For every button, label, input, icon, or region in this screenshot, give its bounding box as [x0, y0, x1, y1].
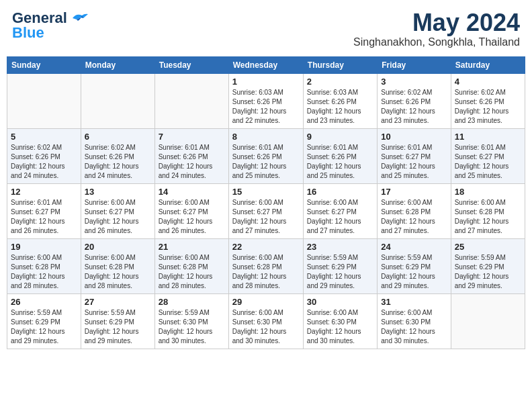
calendar-cell: 19Sunrise: 6:00 AM Sunset: 6:28 PM Dayli…: [7, 238, 81, 293]
calendar-cell: 26Sunrise: 5:59 AM Sunset: 6:29 PM Dayli…: [7, 293, 81, 349]
day-number: 23: [307, 242, 373, 252]
day-info: Sunrise: 5:59 AM Sunset: 6:29 PM Dayligh…: [85, 308, 151, 346]
day-number: 3: [381, 77, 447, 87]
day-info: Sunrise: 5:59 AM Sunset: 6:29 PM Dayligh…: [455, 253, 521, 291]
day-info: Sunrise: 6:00 AM Sunset: 6:30 PM Dayligh…: [232, 308, 300, 346]
calendar-cell: [81, 73, 154, 128]
day-number: 8: [232, 132, 300, 142]
calendar-cell: 22Sunrise: 6:00 AM Sunset: 6:28 PM Dayli…: [228, 238, 303, 293]
day-number: 21: [159, 242, 225, 252]
day-info: Sunrise: 6:00 AM Sunset: 6:30 PM Dayligh…: [307, 308, 373, 346]
day-number: 26: [11, 297, 77, 307]
logo-bird-icon: [70, 11, 89, 25]
day-info: Sunrise: 6:00 AM Sunset: 6:28 PM Dayligh…: [381, 198, 447, 236]
calendar-cell: 6Sunrise: 6:02 AM Sunset: 6:26 PM Daylig…: [81, 128, 154, 183]
calendar-cell: 8Sunrise: 6:01 AM Sunset: 6:26 PM Daylig…: [228, 128, 303, 183]
day-number: 17: [381, 187, 447, 197]
calendar-cell: [7, 73, 81, 128]
day-number: 4: [455, 77, 521, 87]
day-info: Sunrise: 6:03 AM Sunset: 6:26 PM Dayligh…: [232, 88, 300, 126]
day-number: 31: [381, 297, 447, 307]
day-number: 19: [11, 242, 77, 252]
day-number: 2: [307, 77, 373, 87]
calendar-cell: 4Sunrise: 6:02 AM Sunset: 6:26 PM Daylig…: [451, 73, 525, 128]
calendar-cell: 7Sunrise: 6:01 AM Sunset: 6:26 PM Daylig…: [154, 128, 228, 183]
calendar-cell: 28Sunrise: 5:59 AM Sunset: 6:30 PM Dayli…: [154, 293, 228, 349]
day-number: 12: [11, 187, 77, 197]
weekday-header-row: SundayMondayTuesdayWednesdayThursdayFrid…: [7, 56, 525, 73]
calendar-cell: 27Sunrise: 5:59 AM Sunset: 6:29 PM Dayli…: [81, 293, 154, 349]
calendar-week-row: 1Sunrise: 6:03 AM Sunset: 6:26 PM Daylig…: [7, 73, 525, 128]
calendar-cell: 20Sunrise: 6:00 AM Sunset: 6:28 PM Dayli…: [81, 238, 154, 293]
calendar-cell: 29Sunrise: 6:00 AM Sunset: 6:30 PM Dayli…: [228, 293, 303, 349]
calendar-cell: 12Sunrise: 6:01 AM Sunset: 6:27 PM Dayli…: [7, 183, 81, 238]
day-number: 29: [232, 297, 300, 307]
day-number: 30: [307, 297, 373, 307]
weekday-header-sunday: Sunday: [7, 56, 81, 73]
calendar-cell: [154, 73, 228, 128]
day-number: 7: [159, 132, 225, 142]
day-info: Sunrise: 6:00 AM Sunset: 6:27 PM Dayligh…: [232, 198, 300, 236]
weekday-header-friday: Friday: [378, 56, 451, 73]
calendar-cell: 25Sunrise: 5:59 AM Sunset: 6:29 PM Dayli…: [451, 238, 525, 293]
calendar-week-row: 19Sunrise: 6:00 AM Sunset: 6:28 PM Dayli…: [7, 238, 525, 293]
day-info: Sunrise: 6:00 AM Sunset: 6:28 PM Dayligh…: [11, 253, 77, 291]
day-info: Sunrise: 6:00 AM Sunset: 6:28 PM Dayligh…: [232, 253, 300, 291]
calendar-cell: 13Sunrise: 6:00 AM Sunset: 6:27 PM Dayli…: [81, 183, 154, 238]
logo-blue: Blue: [12, 24, 44, 42]
calendar-cell: 14Sunrise: 6:00 AM Sunset: 6:27 PM Dayli…: [154, 183, 228, 238]
day-number: 11: [455, 132, 521, 142]
day-number: 13: [85, 187, 151, 197]
day-info: Sunrise: 6:00 AM Sunset: 6:30 PM Dayligh…: [381, 308, 447, 346]
logo: General Blue: [12, 9, 89, 42]
day-info: Sunrise: 6:00 AM Sunset: 6:28 PM Dayligh…: [159, 253, 225, 291]
day-info: Sunrise: 6:02 AM Sunset: 6:26 PM Dayligh…: [85, 143, 151, 181]
day-info: Sunrise: 6:01 AM Sunset: 6:26 PM Dayligh…: [232, 143, 300, 181]
day-number: 1: [232, 77, 300, 87]
weekday-header-wednesday: Wednesday: [228, 56, 303, 73]
calendar-cell: 5Sunrise: 6:02 AM Sunset: 6:26 PM Daylig…: [7, 128, 81, 183]
day-number: 14: [159, 187, 225, 197]
day-number: 18: [455, 187, 521, 197]
calendar-cell: 15Sunrise: 6:00 AM Sunset: 6:27 PM Dayli…: [228, 183, 303, 238]
calendar-cell: 1Sunrise: 6:03 AM Sunset: 6:26 PM Daylig…: [228, 73, 303, 128]
day-info: Sunrise: 6:00 AM Sunset: 6:27 PM Dayligh…: [307, 198, 373, 236]
day-info: Sunrise: 6:02 AM Sunset: 6:26 PM Dayligh…: [11, 143, 77, 181]
calendar-cell: 18Sunrise: 6:00 AM Sunset: 6:28 PM Dayli…: [451, 183, 525, 238]
calendar-week-row: 12Sunrise: 6:01 AM Sunset: 6:27 PM Dayli…: [7, 183, 525, 238]
day-info: Sunrise: 6:01 AM Sunset: 6:26 PM Dayligh…: [307, 143, 373, 181]
day-info: Sunrise: 5:59 AM Sunset: 6:29 PM Dayligh…: [381, 253, 447, 291]
calendar-cell: 23Sunrise: 5:59 AM Sunset: 6:29 PM Dayli…: [303, 238, 377, 293]
calendar-body: 1Sunrise: 6:03 AM Sunset: 6:26 PM Daylig…: [7, 73, 525, 349]
day-info: Sunrise: 5:59 AM Sunset: 6:30 PM Dayligh…: [159, 308, 225, 346]
calendar-cell: 2Sunrise: 6:03 AM Sunset: 6:26 PM Daylig…: [303, 73, 377, 128]
calendar-cell: 16Sunrise: 6:00 AM Sunset: 6:27 PM Dayli…: [303, 183, 377, 238]
day-number: 16: [307, 187, 373, 197]
day-number: 10: [381, 132, 447, 142]
calendar-cell: 11Sunrise: 6:01 AM Sunset: 6:27 PM Dayli…: [451, 128, 525, 183]
day-info: Sunrise: 5:59 AM Sunset: 6:29 PM Dayligh…: [307, 253, 373, 291]
calendar-cell: [451, 293, 525, 349]
day-info: Sunrise: 6:00 AM Sunset: 6:27 PM Dayligh…: [159, 198, 225, 236]
day-number: 28: [159, 297, 225, 307]
day-number: 20: [85, 242, 151, 252]
day-number: 9: [307, 132, 373, 142]
day-number: 25: [455, 242, 521, 252]
day-info: Sunrise: 6:02 AM Sunset: 6:26 PM Dayligh…: [455, 88, 521, 126]
day-info: Sunrise: 6:00 AM Sunset: 6:28 PM Dayligh…: [85, 253, 151, 291]
day-info: Sunrise: 6:01 AM Sunset: 6:26 PM Dayligh…: [159, 143, 225, 181]
weekday-header-thursday: Thursday: [303, 56, 377, 73]
day-info: Sunrise: 6:02 AM Sunset: 6:26 PM Dayligh…: [381, 88, 447, 126]
calendar-week-row: 5Sunrise: 6:02 AM Sunset: 6:26 PM Daylig…: [7, 128, 525, 183]
day-number: 5: [11, 132, 77, 142]
calendar-cell: 9Sunrise: 6:01 AM Sunset: 6:26 PM Daylig…: [303, 128, 377, 183]
page-header: General Blue May 2024 Singhanakhon, Song…: [7, 7, 525, 51]
calendar-cell: 24Sunrise: 5:59 AM Sunset: 6:29 PM Dayli…: [378, 238, 451, 293]
weekday-header-tuesday: Tuesday: [154, 56, 228, 73]
day-number: 22: [232, 242, 300, 252]
day-number: 27: [85, 297, 151, 307]
day-number: 24: [381, 242, 447, 252]
day-info: Sunrise: 6:01 AM Sunset: 6:27 PM Dayligh…: [381, 143, 447, 181]
calendar-cell: 21Sunrise: 6:00 AM Sunset: 6:28 PM Dayli…: [154, 238, 228, 293]
day-info: Sunrise: 6:03 AM Sunset: 6:26 PM Dayligh…: [307, 88, 373, 126]
